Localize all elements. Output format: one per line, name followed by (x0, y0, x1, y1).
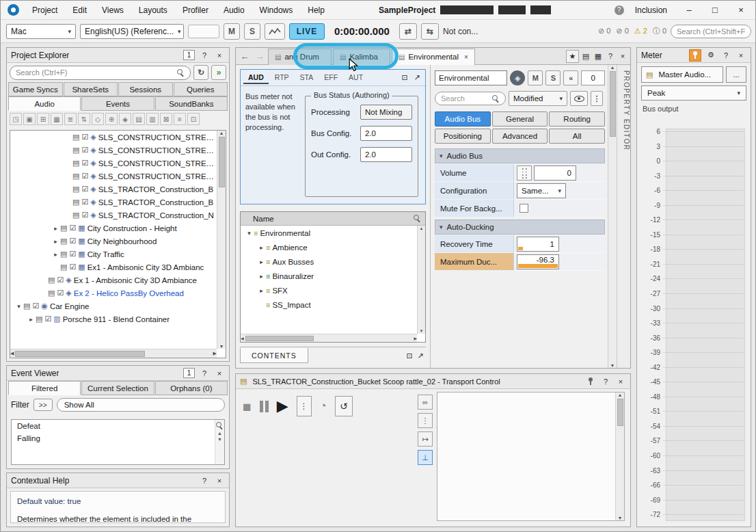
more-options-icon[interactable]: ⋮ (418, 413, 433, 428)
bus-tree-row[interactable]: ▸ ≡ Aux Busses (241, 254, 417, 269)
property-tab[interactable]: Advanced (492, 129, 548, 144)
tree-row[interactable]: ▤ ☑ ◈ Ex 2 - Helico PassBy Overhead (10, 287, 217, 300)
include-checkbox[interactable]: ☑ (81, 211, 88, 220)
explorer-tab[interactable]: Game Syncs (8, 82, 63, 96)
include-checkbox[interactable]: ☑ (81, 159, 88, 168)
include-checkbox[interactable]: ☑ (57, 289, 64, 297)
tree-toolbar-icon[interactable]: ⊞ (37, 113, 49, 125)
search-icon[interactable] (414, 215, 421, 222)
eye-icon[interactable] (570, 91, 588, 106)
refresh-icon[interactable]: ↻ (193, 65, 208, 80)
close-icon[interactable]: × (615, 376, 626, 387)
bus-tree-row[interactable]: ≡ SS_Impact (241, 297, 417, 312)
property-tab[interactable]: Positioning (435, 129, 491, 144)
property-tab[interactable]: All (549, 129, 605, 144)
include-checkbox[interactable]: ☑ (32, 302, 39, 310)
tree-row[interactable]: ▤ ☑ ◈ SLS_CONSTRUCTION_STREET_ (10, 144, 217, 157)
include-checkbox[interactable]: ☑ (81, 185, 88, 194)
close-icon[interactable]: × (617, 51, 628, 62)
close-icon[interactable]: × (214, 368, 225, 379)
explorer-tab[interactable]: ShareSets (64, 82, 118, 96)
expander-icon[interactable]: ▸ (257, 258, 266, 265)
bus-editor-tab[interactable]: EFF (319, 72, 342, 84)
follow-icon[interactable]: ↦ (418, 431, 433, 447)
bus-config-value[interactable]: 2.0 (360, 126, 412, 141)
event-viewer-tab[interactable]: Current Selection (81, 381, 154, 395)
more-button[interactable]: ... (726, 66, 746, 83)
tree-row[interactable]: ▤ ☑ ▦ Ex1 - Ambisonic City 3D Ambianc (10, 261, 217, 274)
horizontal-scrollbar[interactable]: ◀▶ (10, 349, 217, 358)
event-viewer-tab[interactable]: Orphans (0) (155, 381, 228, 395)
maximize-button[interactable]: □ (703, 1, 727, 19)
share-icon[interactable]: « (563, 70, 578, 85)
mute-background-checkbox[interactable] (519, 204, 528, 213)
help-icon[interactable]: ? (605, 51, 616, 62)
bus-tree-row[interactable]: ▾ ≡ Environmental (241, 226, 417, 240)
pin-bottom-icon[interactable]: ⊥ (418, 450, 433, 465)
event-list-item[interactable]: Falling (12, 432, 224, 444)
tree-row[interactable]: ▸ ▤ ☑ ▦ City Traffic (10, 248, 217, 261)
tree-row[interactable]: ▸ ▤ ☑ ▦ City Construction - Height (10, 222, 217, 235)
expander-icon[interactable]: ▸ (257, 287, 266, 294)
include-checkbox[interactable]: ☑ (69, 250, 76, 258)
property-search-input[interactable]: Search (435, 92, 506, 105)
mute-button[interactable]: M (528, 70, 543, 85)
document-tab[interactable]: ▤ ang Drum (268, 49, 332, 65)
global-search-input[interactable]: Search (Ctrl+Shift+F (671, 25, 751, 38)
language-selector[interactable]: English(US) (Referenc...▾ (80, 24, 184, 39)
mute-button[interactable]: M (224, 23, 240, 40)
tree-toolbar-icon[interactable]: ◇ (92, 113, 104, 125)
scrollbar-thumb[interactable] (610, 71, 616, 137)
error-icon[interactable]: ⊘ (598, 27, 604, 35)
error-icon[interactable]: ⊘ (616, 27, 622, 35)
scroll-down-icon[interactable]: ▼ (217, 437, 222, 442)
tree-toolbar-icon[interactable]: ⊠ (160, 113, 172, 125)
expander-icon[interactable]: ▸ (51, 251, 60, 258)
live-button[interactable]: LIVE (289, 23, 325, 40)
help-icon[interactable]: ? (199, 475, 210, 486)
bus-tree-row[interactable]: ▸ ≡ Binauralizer (241, 269, 417, 283)
include-checkbox[interactable]: ☑ (81, 146, 88, 155)
include-checkbox[interactable]: ☑ (69, 224, 76, 232)
explorer-tab[interactable]: SoundBanks (155, 96, 228, 111)
menu-item[interactable]: Layouts (131, 1, 175, 20)
popout-icon[interactable]: ↗ (415, 351, 426, 362)
expander-icon[interactable]: ▸ (51, 225, 60, 232)
modified-filter-select[interactable]: Modified ▾ (509, 91, 567, 106)
expander-icon[interactable]: ▸ (257, 273, 266, 280)
help-icon[interactable]: ? (199, 50, 210, 61)
object-name-input[interactable]: Environmental (435, 70, 507, 85)
platform-selector[interactable]: Mac▾ (6, 24, 76, 39)
event-list-item[interactable]: Defeat (12, 420, 224, 432)
vertical-scrollbar[interactable]: ▲▼ (217, 131, 226, 349)
contents-tab[interactable]: CONTENTS (240, 348, 308, 363)
clock-icon[interactable]: ◔ (320, 399, 327, 413)
warning-icon[interactable]: ⚠ (634, 27, 641, 35)
menu-item[interactable]: Profiler (175, 1, 216, 20)
explorer-tab[interactable]: Sessions (118, 82, 173, 96)
scrollbar-thumb[interactable] (15, 351, 145, 357)
tree-row[interactable]: ▤ ☑ ◈ Ex 1 - Ambisonic City 3D Ambiance (10, 274, 217, 287)
include-checkbox[interactable]: ☑ (44, 315, 51, 323)
filter-select[interactable]: Show All (57, 398, 225, 412)
bus-tree-row[interactable]: ▸ ≡ Ambience (241, 240, 417, 254)
bus-editor-tab[interactable]: AUT (344, 72, 368, 84)
scrollbar-thumb[interactable] (245, 336, 314, 341)
explorer-tab[interactable]: Events (81, 96, 154, 111)
tree-toolbar-icon[interactable]: ≣ (64, 113, 77, 125)
close-icon[interactable]: × (735, 50, 746, 61)
bus-tree-row[interactable]: ▸ ≡ SFX (241, 283, 417, 297)
section-header-audio-bus[interactable]: ▾ Audio Bus (435, 148, 605, 163)
recovery-time-value[interactable]: 1 (517, 237, 559, 252)
instance-badge[interactable]: 1 (183, 50, 195, 60)
forward-icon[interactable]: → (253, 49, 267, 63)
tree-row[interactable]: ▤ ☑ ◈ SLS_CONSTRUCTION_STREET_ (10, 157, 217, 170)
folder-icon[interactable]: ▤ (580, 51, 591, 62)
tree-row[interactable]: ▤ ☑ ◈ SLS_TRACTOR_Construction_B (10, 183, 217, 196)
menu-item[interactable]: Views (94, 1, 131, 20)
expander-icon[interactable]: ▾ (245, 230, 254, 237)
tree-toolbar-icon[interactable]: ⊕ (105, 113, 118, 125)
vertical-scrollbar[interactable]: ▲▼ (615, 393, 624, 520)
tree-toolbar-icon[interactable]: ▣ (23, 113, 36, 125)
bus-editor-tab[interactable]: STA (295, 72, 319, 84)
